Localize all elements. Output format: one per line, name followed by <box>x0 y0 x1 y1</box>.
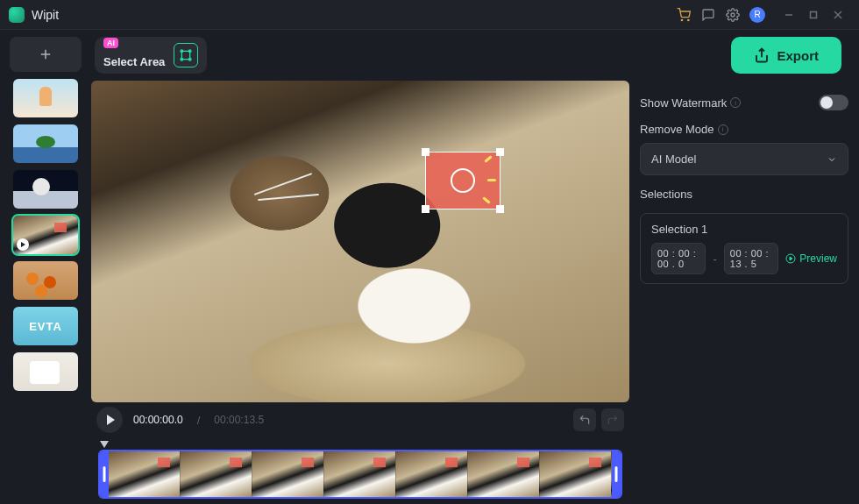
svg-point-10 <box>181 50 183 53</box>
timeline-frame <box>468 451 540 497</box>
export-label: Export <box>777 48 819 63</box>
svg-point-12 <box>181 58 183 60</box>
crop-icon <box>174 43 198 67</box>
resize-handle-bl[interactable] <box>422 205 430 213</box>
export-icon <box>754 47 770 63</box>
info-icon[interactable]: i <box>718 124 728 135</box>
range-separator: - <box>713 252 716 266</box>
app-logo-icon <box>9 7 25 23</box>
editor-toolbar: AI Select Area Export <box>91 37 859 81</box>
toggle-knob <box>820 96 833 109</box>
media-thumb[interactable] <box>13 170 78 209</box>
timeline-frame <box>324 451 396 497</box>
svg-point-1 <box>688 19 689 20</box>
window-maximize-icon[interactable] <box>801 3 826 27</box>
svg-point-13 <box>189 58 192 60</box>
playing-indicator-icon <box>17 238 29 251</box>
ai-badge: AI <box>103 38 118 48</box>
svg-point-11 <box>189 50 192 53</box>
resize-handle-tr[interactable] <box>496 148 504 156</box>
preview-row: 00:00:00.0 / 00:00:13.5 <box>91 81 859 504</box>
svg-point-2 <box>731 13 735 17</box>
watermark-selection-box[interactable] <box>425 152 500 209</box>
media-thumb[interactable] <box>13 261 78 300</box>
time-current: 00:00:00.0 <box>133 414 183 426</box>
selection-preview-button[interactable]: Preview <box>785 252 837 265</box>
selection-end-time[interactable]: 00 : 00 : 13 . 5 <box>724 243 778 274</box>
timeline-frame <box>181 451 252 497</box>
redo-button[interactable] <box>601 408 624 431</box>
timeline-frame <box>109 451 181 497</box>
play-circle-icon <box>785 253 796 264</box>
window-close-icon[interactable] <box>826 3 850 27</box>
user-avatar[interactable]: R <box>745 3 770 27</box>
remove-mode-label: Remove Mode i <box>640 123 848 136</box>
app-name: Wipit <box>32 8 59 22</box>
media-thumb[interactable] <box>13 216 78 254</box>
cart-icon[interactable] <box>671 3 696 27</box>
feedback-icon[interactable] <box>696 3 721 27</box>
settings-icon[interactable] <box>721 3 745 27</box>
time-total: 00:00:13.5 <box>214 414 264 426</box>
video-column: 00:00:00.0 / 00:00:13.5 <box>91 81 629 504</box>
selections-label: Selections <box>640 188 848 201</box>
show-watermark-label: Show Watermark i <box>640 96 741 110</box>
select-area-label: Select Area <box>103 55 165 68</box>
info-icon[interactable]: i <box>730 97 741 108</box>
play-button[interactable] <box>96 407 123 433</box>
selection-start-time[interactable]: 00 : 00 : 00 . 0 <box>651 243 706 274</box>
media-thumb[interactable] <box>13 307 78 345</box>
undo-button[interactable] <box>573 408 596 431</box>
timeline-frame <box>396 451 468 497</box>
selection-title: Selection 1 <box>651 223 837 236</box>
selection-card: Selection 1 00 : 00 : 00 . 0 - 00 : 00 :… <box>640 213 848 284</box>
remove-mode-select[interactable]: AI Model <box>640 143 848 175</box>
media-thumb[interactable] <box>13 124 78 163</box>
video-frame-image <box>91 81 629 402</box>
time-separator: / <box>197 414 201 427</box>
chevron-down-icon <box>827 154 837 165</box>
playhead[interactable] <box>100 441 109 448</box>
svg-point-0 <box>681 19 682 20</box>
select-area-button[interactable]: AI Select Area <box>95 37 207 74</box>
watermark-graphic-icon <box>451 168 475 193</box>
media-sidebar <box>0 30 91 504</box>
media-thumb[interactable] <box>13 79 78 117</box>
show-watermark-toggle[interactable] <box>819 95 848 110</box>
timeline-frame <box>252 451 324 497</box>
main-layout: AI Select Area Export <box>0 30 859 504</box>
timeline-ruler[interactable] <box>98 441 622 450</box>
remove-mode-value: AI Model <box>651 153 696 166</box>
titlebar: Wipit R <box>0 0 859 30</box>
export-button[interactable]: Export <box>731 37 841 74</box>
clip-trim-handle-left[interactable] <box>100 451 109 497</box>
timeline-frame <box>540 451 612 497</box>
clip-frames <box>109 451 612 497</box>
playback-bar: 00:00:00.0 / 00:00:13.5 <box>91 402 629 437</box>
add-media-button[interactable] <box>10 37 82 72</box>
timeline <box>91 437 629 504</box>
window-minimize-icon[interactable] <box>777 3 801 27</box>
svg-rect-4 <box>811 11 817 18</box>
editor-center: AI Select Area Export <box>91 30 859 504</box>
preview-label: Preview <box>799 252 837 265</box>
user-initial: R <box>749 7 765 23</box>
remove-mode-group: Remove Mode i AI Model <box>640 123 848 175</box>
svg-marker-16 <box>790 257 792 260</box>
resize-handle-tl[interactable] <box>422 148 430 156</box>
show-watermark-row: Show Watermark i <box>640 95 848 110</box>
video-preview[interactable] <box>91 81 629 402</box>
resize-handle-br[interactable] <box>496 205 504 213</box>
settings-panel: Show Watermark i Remove Mode i AI Model <box>640 81 848 504</box>
media-thumb[interactable] <box>13 352 78 391</box>
clip-trim-handle-right[interactable] <box>612 451 621 497</box>
clip-track[interactable] <box>98 450 622 499</box>
